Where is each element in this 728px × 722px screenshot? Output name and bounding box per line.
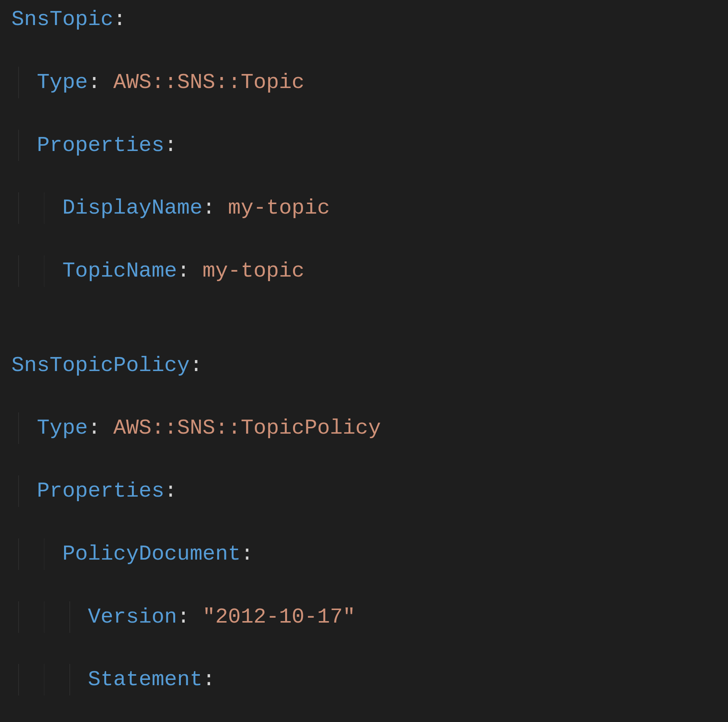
yaml-value: my-topic — [202, 259, 304, 283]
colon: : — [177, 605, 202, 629]
yaml-value: AWS::SNS::Topic — [113, 70, 304, 94]
colon: : — [113, 7, 126, 31]
yaml-code-block: SnsTopic: Type: AWS::SNS::Topic Properti… — [0, 0, 728, 722]
yaml-value: my-topic — [228, 196, 330, 220]
colon: : — [202, 667, 215, 692]
yaml-key: PolicyDocument — [62, 542, 240, 566]
code-line: SnsTopicPolicy: — [11, 350, 717, 381]
yaml-value: AWS::SNS::TopicPolicy — [113, 416, 381, 440]
code-line: TopicName: my-topic — [11, 255, 717, 287]
yaml-key: Properties — [37, 133, 164, 157]
yaml-key: TopicName — [62, 259, 177, 283]
colon: : — [88, 416, 113, 440]
code-line: Properties: — [11, 130, 717, 161]
code-line: PolicyDocument: — [11, 538, 717, 570]
yaml-key: Type — [37, 70, 88, 94]
colon: : — [164, 133, 177, 157]
yaml-value: "2012-10-17" — [202, 605, 355, 629]
code-line: SnsTopic: — [11, 4, 717, 35]
code-line: Statement: — [11, 664, 717, 695]
colon: : — [177, 259, 202, 283]
code-line: Type: AWS::SNS::Topic — [11, 67, 717, 98]
colon: : — [190, 353, 202, 378]
colon: : — [164, 479, 177, 503]
colon: : — [88, 70, 113, 94]
yaml-key: DisplayName — [62, 196, 202, 220]
yaml-key: SnsTopicPolicy — [11, 353, 190, 378]
code-line: Version: "2012-10-17" — [11, 601, 717, 633]
yaml-key: Properties — [37, 479, 164, 503]
code-line: DisplayName: my-topic — [11, 192, 717, 224]
code-line: Properties: — [11, 475, 717, 507]
yaml-key: SnsTopic — [11, 7, 113, 31]
yaml-key: Statement — [88, 667, 202, 692]
colon: : — [202, 196, 228, 220]
code-line: Type: AWS::SNS::TopicPolicy — [11, 412, 717, 444]
yaml-key: Type — [37, 416, 88, 440]
colon: : — [241, 542, 254, 566]
yaml-key: Version — [88, 605, 177, 629]
